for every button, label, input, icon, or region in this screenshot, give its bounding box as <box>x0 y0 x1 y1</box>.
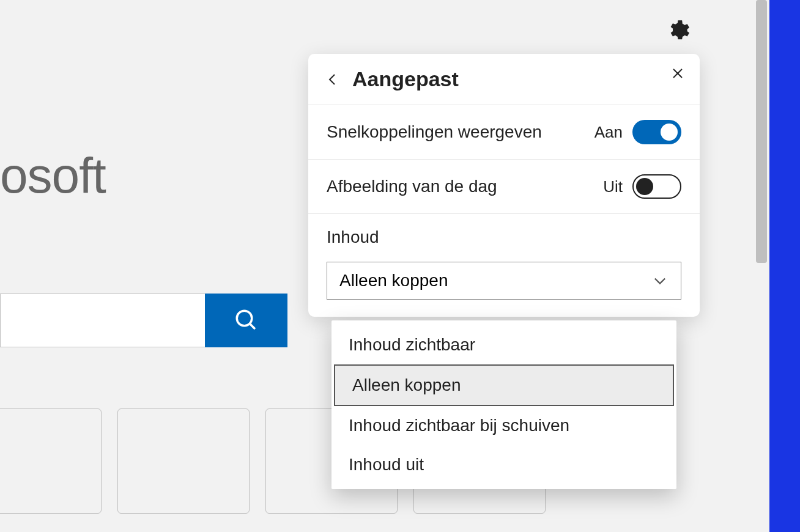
shortcuts-label: Snelkoppelingen weergeven <box>327 122 542 142</box>
chevron-left-icon <box>325 72 340 87</box>
content-option[interactable]: Inhoud zichtbaar bij schuiven <box>331 406 676 445</box>
content-dropdown: Inhoud zichtbaar Alleen koppen Inhoud zi… <box>331 320 676 489</box>
daily-image-toggle[interactable] <box>632 174 681 199</box>
quick-link-tile[interactable] <box>0 408 102 514</box>
panel-header: Aangepast <box>308 54 700 105</box>
gear-icon <box>665 18 690 43</box>
content-option[interactable]: Alleen koppen <box>334 364 674 406</box>
shortcuts-row: Snelkoppelingen weergeven Aan <box>308 105 700 160</box>
panel-title: Aangepast <box>352 67 459 91</box>
content-section: Inhoud Alleen koppen <box>308 214 700 317</box>
custom-settings-panel: Aangepast Snelkoppelingen weergeven Aan … <box>308 54 700 317</box>
search-button[interactable] <box>205 294 287 347</box>
search-input[interactable] <box>0 294 205 347</box>
svg-point-0 <box>237 311 252 326</box>
search-bar <box>0 294 287 347</box>
settings-gear-button[interactable] <box>665 18 690 45</box>
close-button[interactable] <box>670 66 685 81</box>
content-select[interactable]: Alleen koppen <box>327 262 681 300</box>
toggle-knob <box>661 124 678 141</box>
svg-line-1 <box>250 323 255 329</box>
shortcuts-toggle[interactable] <box>632 120 681 144</box>
content-option[interactable]: Inhoud uit <box>331 445 676 484</box>
toggle-knob <box>636 178 653 195</box>
daily-image-row: Afbeelding van de dag Uit <box>308 160 700 214</box>
chevron-down-icon <box>651 272 669 289</box>
content-select-value: Alleen koppen <box>339 271 448 290</box>
content-label: Inhoud <box>327 227 681 247</box>
daily-image-label: Afbeelding van de dag <box>327 177 497 196</box>
quick-link-tile[interactable] <box>117 408 250 514</box>
daily-image-state: Uit <box>603 177 623 196</box>
right-blue-strip <box>769 0 800 532</box>
content-option[interactable]: Inhoud zichtbaar <box>331 325 676 364</box>
back-button[interactable] <box>325 72 340 87</box>
scrollbar[interactable] <box>756 0 767 263</box>
shortcuts-state: Aan <box>594 123 623 142</box>
search-icon <box>234 308 259 333</box>
brand-text: osoft <box>0 147 106 204</box>
close-icon <box>670 66 685 81</box>
